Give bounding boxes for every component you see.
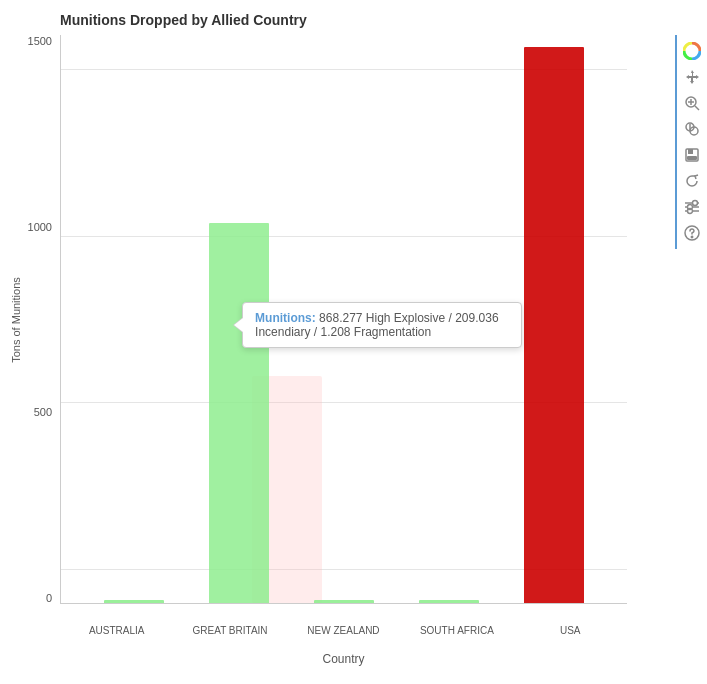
bar-group-australia	[99, 600, 169, 603]
tooltip: Munitions: 868.277 High Explosive / 209.…	[242, 302, 522, 348]
svg-rect-10	[688, 149, 693, 154]
bar-great-britain[interactable]	[209, 223, 269, 603]
x-label-new-zealand: NEW ZEALAND	[303, 625, 383, 636]
x-label-great-britain: GREAT BRITAIN	[190, 625, 270, 636]
move-icon[interactable]	[680, 65, 704, 89]
zoom-out-icon[interactable]	[680, 117, 704, 141]
filter-icon[interactable]	[680, 195, 704, 219]
tooltip-label: Munitions:	[255, 311, 316, 325]
bar-group-new-zealand	[309, 600, 379, 603]
y-label-500: 500	[34, 406, 52, 418]
x-label-australia: AUSTRALIA	[77, 625, 157, 636]
chart-container: Munitions Dropped by Allied Country Tons…	[0, 0, 707, 684]
bar-new-zealand[interactable]	[314, 600, 374, 603]
svg-point-15	[693, 201, 698, 206]
bar-usa[interactable]	[524, 47, 584, 603]
bar-group-great-britain	[204, 223, 274, 603]
svg-point-1	[689, 48, 695, 54]
svg-point-22	[691, 236, 692, 237]
refresh-icon[interactable]	[680, 169, 704, 193]
x-axis-labels: AUSTRALIA GREAT BRITAIN NEW ZEALAND SOUT…	[60, 617, 627, 636]
chart-title: Munitions Dropped by Allied Country	[60, 12, 307, 28]
chart-area: Munitions: 868.277 High Explosive / 209.…	[60, 35, 627, 604]
toolbar	[675, 35, 707, 249]
zoom-in-icon[interactable]	[680, 91, 704, 115]
svg-point-18	[688, 209, 693, 214]
save-icon[interactable]	[680, 143, 704, 167]
tooltip-arrow-inner	[234, 318, 243, 332]
bar-group-south-africa	[414, 600, 484, 603]
y-label-0: 0	[46, 592, 52, 604]
logo-icon	[680, 39, 704, 63]
bar-australia[interactable]	[104, 600, 164, 603]
tooltip-arrow	[233, 317, 243, 333]
svg-line-3	[695, 106, 699, 110]
bar-group-usa	[519, 47, 589, 603]
y-label-1000: 1000	[28, 221, 52, 233]
bar-south-africa[interactable]	[419, 600, 479, 603]
svg-rect-11	[687, 156, 697, 160]
x-label-south-africa: SOUTH AFRICA	[417, 625, 497, 636]
help-icon[interactable]	[680, 221, 704, 245]
x-label-usa: USA	[530, 625, 610, 636]
y-axis-labels: 1500 1000 500 0	[0, 35, 58, 604]
y-label-top: 1500	[28, 35, 52, 47]
x-axis-title: Country	[60, 652, 627, 666]
